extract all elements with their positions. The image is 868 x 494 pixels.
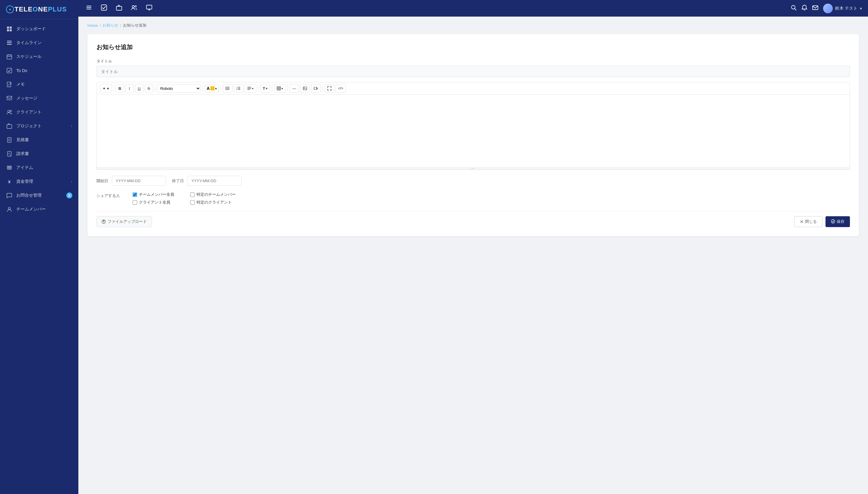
svg-rect-0 xyxy=(7,26,9,28)
toolbar-separator xyxy=(114,85,114,92)
sidebar-item-team[interactable]: チームメンバー xyxy=(0,202,78,216)
start-date-group: 開始日 xyxy=(96,176,166,186)
sidebar-item-memo[interactable]: メモ xyxy=(0,77,78,91)
toolbar-italic-button[interactable]: I xyxy=(125,84,134,93)
toolbar-ordered-list-button[interactable]: 1.2.3. xyxy=(234,84,243,93)
toolbar-video-button[interactable] xyxy=(311,84,321,93)
bell-icon[interactable] xyxy=(802,4,807,12)
share-option-all-client-label: クライアント全員 xyxy=(139,200,170,205)
sidebar-item-invoice[interactable]: 請求書 xyxy=(0,147,78,161)
sidebar-item-schedule[interactable]: スケジュール xyxy=(0,50,78,64)
svg-rect-32 xyxy=(101,5,107,10)
svg-rect-26 xyxy=(7,167,12,168)
share-checkbox-all-client[interactable] xyxy=(133,200,137,205)
svg-rect-7 xyxy=(7,55,12,59)
cancel-button[interactable]: ✕ 閉じる xyxy=(794,216,823,227)
toolbar-table-button[interactable]: ▾ xyxy=(274,84,286,93)
toolbar-align-button[interactable]: ▾ xyxy=(244,84,256,93)
sidebar-item-label: クライアント xyxy=(16,110,72,115)
end-date-group: 終了日 xyxy=(172,176,242,186)
share-checkbox-specific-team[interactable] xyxy=(190,192,195,197)
breadcrumb-home[interactable]: Home xyxy=(87,23,98,28)
sidebar-item-timeline[interactable]: タイムライン xyxy=(0,36,78,50)
form-footer: ファイルアップロード ✕ 閉じる 保存 xyxy=(96,211,850,227)
toolbar-bullet-list-button[interactable] xyxy=(223,84,232,93)
share-checkbox-specific-client[interactable] xyxy=(190,200,195,205)
avatar xyxy=(823,4,833,13)
search-icon[interactable] xyxy=(791,4,796,12)
svg-point-43 xyxy=(225,88,226,89)
share-option-all-client[interactable]: クライアント全員 xyxy=(133,200,178,205)
sidebar: ● TELEONEPLUS ダッシュボード タイムライン スケジュール xyxy=(0,0,78,494)
logo-circle: ● xyxy=(6,5,14,13)
user-info[interactable]: 鈴木 テスト ▾ xyxy=(823,4,862,13)
sidebar-item-label: メッセージ xyxy=(16,96,72,101)
share-option-specific-team[interactable]: 特定のチームメンバー xyxy=(190,192,236,197)
mail-icon[interactable] xyxy=(812,4,818,12)
sidebar-item-message[interactable]: メッセージ xyxy=(0,91,78,105)
svg-rect-36 xyxy=(146,5,152,9)
share-option-specific-client[interactable]: 特定のクライアント xyxy=(190,200,236,205)
sidebar-item-label: プロジェクト xyxy=(16,124,71,129)
timeline-icon xyxy=(6,39,13,46)
user-dropdown-icon: ▾ xyxy=(860,6,862,11)
dates-row: 開始日 終了日 xyxy=(96,176,850,186)
upload-button[interactable]: ファイルアップロード xyxy=(96,216,152,227)
sidebar-item-items[interactable]: アイテム xyxy=(0,161,78,175)
share-checkbox-all-team[interactable] xyxy=(133,192,137,197)
start-date-input[interactable] xyxy=(112,176,166,186)
font-selector[interactable]: Roboto Arial Times New Roman xyxy=(157,84,201,93)
share-option-all-team[interactable]: チームメンバー全員 xyxy=(133,192,178,197)
estimate-icon xyxy=(6,137,13,143)
share-option-specific-client-label: 特定のクライアント xyxy=(197,200,232,205)
toolbar-image-button[interactable] xyxy=(300,84,310,93)
logo: ● TELEONEPLUS xyxy=(0,0,78,19)
end-date-input[interactable] xyxy=(188,176,242,186)
sidebar-item-project[interactable]: プロジェクト › xyxy=(0,119,78,133)
sidebar-item-label: タイムライン xyxy=(16,40,72,45)
editor-body[interactable] xyxy=(97,95,850,167)
toolbar-magic-button[interactable]: ✦ ▾ xyxy=(100,84,112,93)
toolbar-underline-button[interactable]: U xyxy=(135,84,143,93)
toolbar-separator xyxy=(322,85,323,92)
breadcrumb-parent[interactable]: お知らせ xyxy=(102,23,118,28)
svg-point-42 xyxy=(225,87,226,88)
toolbar-source-button[interactable]: </> xyxy=(335,84,346,93)
toolbar-hr-button[interactable]: — xyxy=(290,84,299,93)
toolbar-separator xyxy=(288,85,288,92)
users-icon[interactable] xyxy=(130,3,139,14)
svg-rect-15 xyxy=(7,96,12,100)
toolbar-fullscreen-button[interactable] xyxy=(324,84,334,93)
project-icon xyxy=(6,123,13,129)
form-card: お知らせ追加 タイトル ✦ ▾ B I U S Roboto Arial xyxy=(87,34,859,236)
svg-point-68 xyxy=(831,220,835,223)
sidebar-item-dashboard[interactable]: ダッシュボード xyxy=(0,22,78,36)
title-input[interactable] xyxy=(96,66,850,77)
briefcase-icon[interactable] xyxy=(115,3,123,14)
sidebar-item-client[interactable]: クライアント xyxy=(0,105,78,119)
toolbar-bold-button[interactable]: B xyxy=(116,84,124,93)
sidebar-item-estimate[interactable]: 見積書 xyxy=(0,133,78,147)
toolbar-font-color-button[interactable]: A ▾ xyxy=(205,84,219,93)
svg-rect-5 xyxy=(7,42,12,43)
team-icon xyxy=(6,206,13,213)
share-option-all-team-label: チームメンバー全員 xyxy=(139,192,174,197)
check-icon[interactable] xyxy=(99,3,108,14)
toolbar-strikethrough-button[interactable]: S xyxy=(145,84,153,93)
logo-text: TELEONEPLUS xyxy=(15,5,67,13)
sidebar-item-todo[interactable]: To Do xyxy=(0,64,78,77)
svg-rect-2 xyxy=(7,29,9,31)
content-area: Home / お知らせ / お知らせ追加 お知らせ追加 タイトル ✦ ▾ B I… xyxy=(78,17,868,494)
inquiry-icon xyxy=(6,192,13,199)
svg-rect-62 xyxy=(303,87,307,90)
save-button[interactable]: 保存 xyxy=(826,216,850,227)
svg-rect-27 xyxy=(7,169,12,170)
monitor-icon[interactable] xyxy=(145,3,154,14)
svg-rect-57 xyxy=(277,87,281,90)
menu-icon[interactable] xyxy=(84,3,94,14)
sidebar-item-finance[interactable]: ¥ 資金管理 › xyxy=(0,175,78,189)
toolbar-heading-button[interactable]: T▾ xyxy=(260,84,270,93)
editor-resize-handle[interactable]: ⋯ xyxy=(97,167,850,170)
sidebar-item-inquiry[interactable]: お問合せ管理 5 xyxy=(0,189,78,202)
svg-point-24 xyxy=(10,155,11,156)
